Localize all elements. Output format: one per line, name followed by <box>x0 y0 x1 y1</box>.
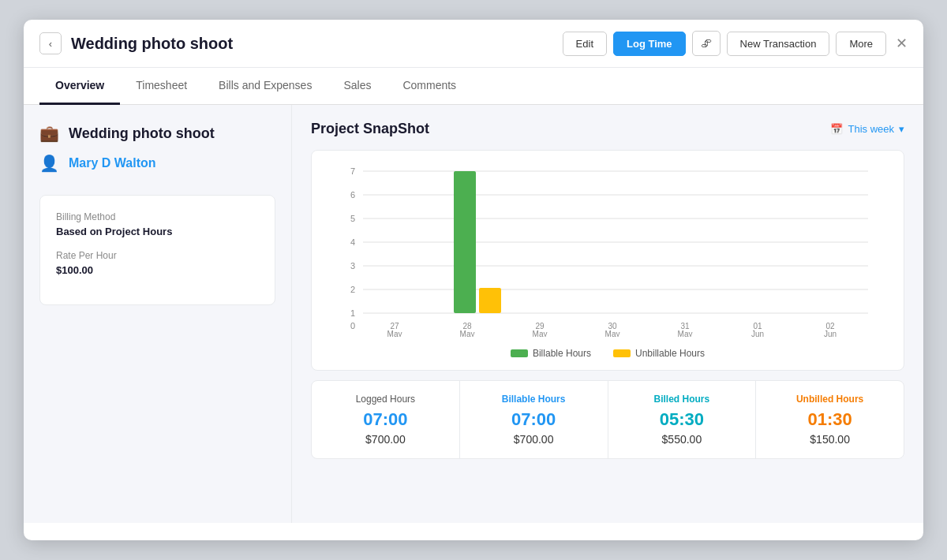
chart-container: 7 6 5 4 3 2 1 0 27 May <box>311 150 904 371</box>
billable-bar-may28 <box>454 171 476 313</box>
this-week-label: This week <box>848 123 894 135</box>
svg-text:0: 0 <box>350 321 355 330</box>
tabs-bar: Overview Timesheet Bills and Expenses Sa… <box>24 68 923 105</box>
briefcase-icon: 💼 <box>39 124 59 143</box>
unbillable-color-swatch <box>613 349 631 357</box>
stat-billable-hours: Billable Hours 07:00 $700.00 <box>460 381 608 458</box>
svg-text:May: May <box>387 330 402 337</box>
billed-hours-amount: $550.00 <box>623 433 742 446</box>
sidebar: 💼 Wedding photo shoot 👤 Mary D Walton Bi… <box>24 105 292 523</box>
attach-button[interactable]: 🖇 <box>692 31 721 56</box>
new-transaction-button[interactable]: New Transaction <box>727 32 830 56</box>
unbillable-legend-label: Unbillable Hours <box>635 348 705 359</box>
tab-overview[interactable]: Overview <box>39 68 120 105</box>
tab-sales[interactable]: Sales <box>328 68 387 105</box>
svg-text:May: May <box>460 330 475 337</box>
this-week-button[interactable]: 📅 This week ▾ <box>830 123 904 135</box>
more-button[interactable]: More <box>836 32 886 56</box>
stat-logged-hours: Logged Hours 07:00 $700.00 <box>312 381 460 458</box>
logged-hours-label: Logged Hours <box>326 394 445 405</box>
billable-hours-label: Billable Hours <box>474 394 593 405</box>
window-title: Wedding photo shoot <box>71 35 553 53</box>
calendar-icon: 📅 <box>830 123 843 135</box>
svg-text:May: May <box>678 330 693 337</box>
svg-text:5: 5 <box>350 214 355 223</box>
snapshot-header: Project SnapShot 📅 This week ▾ <box>311 121 904 137</box>
svg-text:3: 3 <box>350 261 355 271</box>
svg-text:1: 1 <box>350 308 355 318</box>
unbillable-bar-may28 <box>479 288 501 313</box>
person-icon: 👤 <box>39 154 59 173</box>
rate-label: Rate Per Hour <box>56 250 259 261</box>
header-actions: Edit Log Time 🖇 New Transaction More ✕ <box>563 31 908 56</box>
header: ‹ Wedding photo shoot Edit Log Time 🖇 Ne… <box>24 20 923 68</box>
logged-hours-value: 07:00 <box>326 409 445 430</box>
billable-color-swatch <box>511 349 528 357</box>
sidebar-project-name: Wedding photo shoot <box>69 125 215 142</box>
svg-text:May: May <box>605 330 620 337</box>
billable-hours-value: 07:00 <box>474 409 593 430</box>
svg-text:6: 6 <box>350 190 355 200</box>
billable-hours-amount: $700.00 <box>474 433 593 446</box>
sidebar-client-name[interactable]: Mary D Walton <box>69 156 156 170</box>
attach-icon: 🖇 <box>701 37 712 50</box>
edit-button[interactable]: Edit <box>563 32 607 56</box>
stat-billed-hours: Billed Hours 05:30 $550.00 <box>608 381 757 458</box>
bar-chart: 7 6 5 4 3 2 1 0 27 May <box>328 163 888 337</box>
billed-hours-value: 05:30 <box>623 409 742 430</box>
sidebar-project: 💼 Wedding photo shoot <box>39 124 275 143</box>
sidebar-client: 👤 Mary D Walton <box>39 154 275 173</box>
back-button[interactable]: ‹ <box>39 32 62 54</box>
chart-legend: Billable Hours Unbillable Hours <box>328 340 888 362</box>
close-button[interactable]: ✕ <box>896 35 908 52</box>
svg-text:7: 7 <box>350 166 355 176</box>
unbilled-hours-value: 01:30 <box>770 409 889 430</box>
legend-unbillable: Unbillable Hours <box>613 348 705 359</box>
billing-method-label: Billing Method <box>56 211 259 222</box>
rate-value: $100.00 <box>56 264 259 276</box>
tab-comments[interactable]: Comments <box>387 68 472 105</box>
svg-text:4: 4 <box>350 237 355 247</box>
main-panel: Project SnapShot 📅 This week ▾ <box>292 105 923 523</box>
unbilled-hours-label: Unbilled Hours <box>770 394 889 405</box>
logged-hours-amount: $700.00 <box>326 433 445 446</box>
tab-bills-expenses[interactable]: Bills and Expenses <box>203 68 328 105</box>
snapshot-title: Project SnapShot <box>311 121 429 137</box>
legend-billable: Billable Hours <box>511 348 591 359</box>
tab-timesheet[interactable]: Timesheet <box>120 68 203 105</box>
unbilled-hours-amount: $150.00 <box>770 433 889 446</box>
billable-legend-label: Billable Hours <box>533 348 591 359</box>
stats-row: Logged Hours 07:00 $700.00 Billable Hour… <box>311 380 904 459</box>
billing-method-value: Based on Project Hours <box>56 226 259 237</box>
log-time-button[interactable]: Log Time <box>613 32 686 56</box>
chevron-down-icon: ▾ <box>899 123 904 135</box>
sidebar-info-card: Billing Method Based on Project Hours Ra… <box>39 195 275 305</box>
svg-text:May: May <box>533 330 548 337</box>
billed-hours-label: Billed Hours <box>623 394 742 405</box>
svg-text:Jun: Jun <box>751 330 764 337</box>
content-area: 💼 Wedding photo shoot 👤 Mary D Walton Bi… <box>24 105 923 523</box>
svg-text:Jun: Jun <box>824 330 837 337</box>
stat-unbilled-hours: Unbilled Hours 01:30 $150.00 <box>756 381 904 458</box>
svg-text:2: 2 <box>350 285 355 294</box>
main-window: ‹ Wedding photo shoot Edit Log Time 🖇 Ne… <box>24 20 923 540</box>
